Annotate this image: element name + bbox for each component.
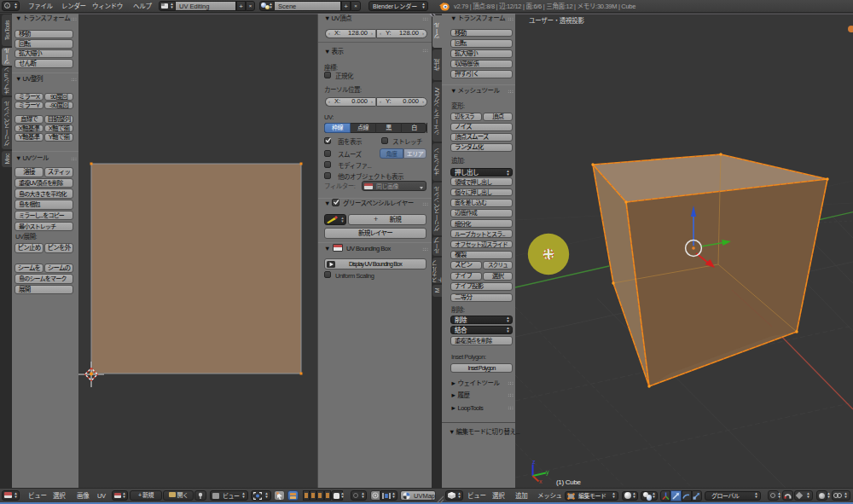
svg-text:x: x — [539, 478, 543, 484]
svg-text:z: z — [532, 459, 536, 465]
svg-text:y: y — [546, 469, 549, 476]
